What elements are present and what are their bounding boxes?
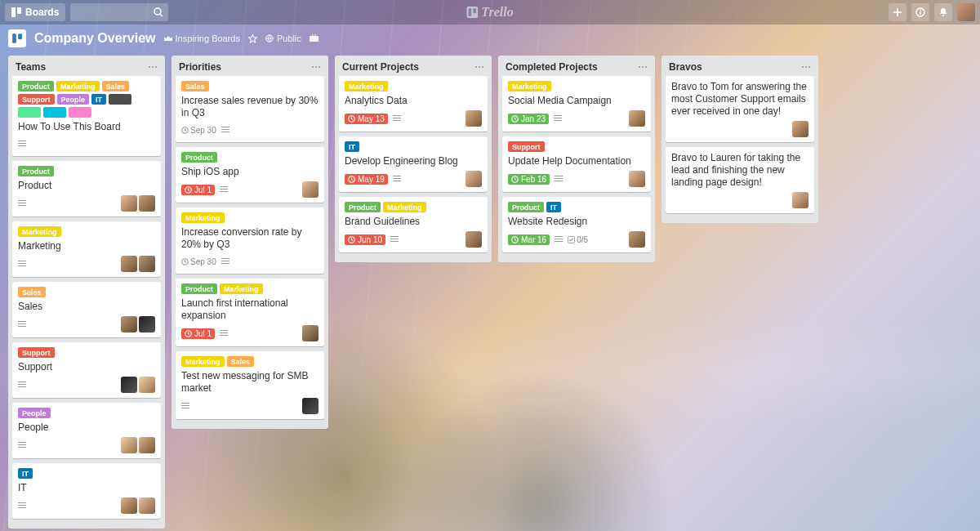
- label[interactable]: [43, 107, 66, 118]
- list-title[interactable]: Teams: [16, 61, 46, 73]
- label[interactable]: [69, 107, 91, 118]
- card[interactable]: MarketingSocial Media CampaignJan 23: [502, 76, 651, 132]
- briefcase-button[interactable]: [310, 34, 318, 42]
- card[interactable]: SupportUpdate Help DocumentationFeb 16: [502, 136, 651, 192]
- label[interactable]: Marketing: [181, 356, 225, 367]
- card[interactable]: ITDevelop Engineering BlogMay 19: [339, 136, 488, 192]
- list-menu-button[interactable]: ⋯: [311, 61, 321, 73]
- boards-button[interactable]: Boards: [5, 3, 65, 21]
- label[interactable]: Marketing: [220, 283, 263, 294]
- label[interactable]: IT: [546, 202, 561, 212]
- label[interactable]: Sales: [18, 287, 46, 297]
- label[interactable]: Marketing: [18, 226, 61, 237]
- member-avatar[interactable]: [629, 171, 645, 187]
- member-avatar[interactable]: [139, 377, 155, 393]
- visibility-button[interactable]: Public: [265, 33, 301, 43]
- card[interactable]: MarketingAnalytics DataMay 13: [339, 76, 488, 132]
- member-avatar[interactable]: [139, 437, 155, 453]
- list-title[interactable]: Completed Projects: [506, 61, 598, 73]
- label[interactable]: People: [18, 408, 51, 418]
- team-logo[interactable]: [8, 29, 26, 47]
- list-title[interactable]: Bravos: [669, 61, 702, 73]
- search-input[interactable]: [70, 3, 168, 21]
- label[interactable]: Product: [181, 283, 217, 294]
- member-avatar[interactable]: [121, 377, 137, 393]
- card[interactable]: ProductMarketingBrand GuidelinesJun 10: [339, 197, 488, 252]
- brand-logo[interactable]: Trello: [466, 5, 513, 20]
- list-menu-button[interactable]: ⋯: [148, 61, 158, 73]
- card[interactable]: ProductProduct: [12, 161, 161, 216]
- member-avatar[interactable]: [629, 110, 645, 127]
- list-menu-button[interactable]: ⋯: [638, 61, 648, 73]
- label[interactable]: Marketing: [181, 212, 225, 223]
- member-avatar[interactable]: [466, 171, 482, 187]
- card[interactable]: SalesSales: [12, 282, 161, 337]
- label[interactable]: Support: [18, 94, 55, 105]
- member-avatar[interactable]: [139, 316, 155, 332]
- member-avatar[interactable]: [121, 498, 137, 514]
- label[interactable]: Product: [18, 166, 54, 176]
- label[interactable]: Product: [508, 202, 544, 212]
- label[interactable]: Marketing: [383, 202, 426, 212]
- member-avatar[interactable]: [302, 325, 318, 341]
- label[interactable]: IT: [345, 141, 359, 152]
- member-avatar[interactable]: [121, 437, 137, 453]
- label[interactable]: Marketing: [56, 81, 100, 91]
- member-avatar[interactable]: [139, 256, 155, 272]
- card[interactable]: Bravo to Tom for answering the most Cust…: [666, 76, 814, 142]
- label[interactable]: Product: [181, 152, 217, 163]
- board-canvas[interactable]: Teams ⋯ProductMarketingSalesSupportPeopl…: [0, 52, 980, 531]
- list-menu-button[interactable]: ⋯: [474, 61, 484, 73]
- info-button[interactable]: [911, 3, 929, 21]
- label[interactable]: People: [57, 94, 90, 105]
- list-title[interactable]: Priorities: [179, 61, 221, 73]
- member-avatar[interactable]: [121, 316, 137, 332]
- member-avatar[interactable]: [466, 231, 482, 248]
- card[interactable]: ProductMarketingSalesSupportPeopleITHow …: [12, 76, 161, 156]
- user-avatar[interactable]: [957, 3, 975, 21]
- card-members: [121, 256, 155, 272]
- member-avatar[interactable]: [139, 195, 155, 212]
- card[interactable]: SalesIncrease sales revenue by 30% in Q3…: [176, 76, 324, 142]
- card[interactable]: MarketingIncrease conversion rate by 20%…: [176, 207, 324, 274]
- member-avatar[interactable]: [139, 498, 155, 514]
- card[interactable]: MarketingMarketing: [12, 221, 161, 277]
- board-title[interactable]: Company Overview: [34, 31, 156, 46]
- label[interactable]: Sales: [181, 81, 209, 91]
- inspiring-boards-button[interactable]: Inspiring Boards: [164, 33, 241, 43]
- label[interactable]: IT: [18, 468, 33, 479]
- label[interactable]: Support: [18, 347, 55, 358]
- label[interactable]: Marketing: [508, 81, 551, 91]
- label[interactable]: Sales: [227, 356, 255, 367]
- card[interactable]: Bravo to Lauren for taking the lead and …: [666, 147, 814, 213]
- label[interactable]: Product: [345, 202, 381, 212]
- label[interactable]: [18, 107, 41, 118]
- list-menu-button[interactable]: ⋯: [801, 61, 811, 73]
- star-button[interactable]: [248, 34, 257, 43]
- card[interactable]: MarketingSalesTest new messaging for SMB…: [176, 351, 324, 419]
- label[interactable]: Marketing: [345, 81, 388, 91]
- board-header: Company Overview Inspiring Boards Public: [0, 25, 980, 52]
- create-button[interactable]: [889, 3, 906, 21]
- member-avatar[interactable]: [121, 256, 137, 272]
- member-avatar[interactable]: [792, 121, 808, 137]
- card[interactable]: PeoplePeople: [12, 403, 161, 458]
- member-avatar[interactable]: [792, 192, 808, 208]
- label[interactable]: Sales: [102, 81, 130, 91]
- list-title[interactable]: Current Projects: [342, 61, 419, 73]
- member-avatar[interactable]: [302, 181, 318, 198]
- label[interactable]: IT: [91, 94, 106, 105]
- label[interactable]: [109, 94, 131, 105]
- card[interactable]: ITIT: [12, 463, 161, 519]
- label[interactable]: Product: [18, 81, 54, 91]
- member-avatar[interactable]: [121, 195, 137, 212]
- notifications-button[interactable]: [934, 3, 952, 21]
- card[interactable]: ProductITWebsite RedesignMar 160/5: [502, 197, 651, 252]
- card[interactable]: SupportSupport: [12, 342, 161, 398]
- card[interactable]: ProductMarketingLaunch first internation…: [176, 279, 324, 346]
- member-avatar[interactable]: [629, 231, 645, 248]
- card[interactable]: ProductShip iOS appJul 1: [176, 147, 324, 203]
- member-avatar[interactable]: [302, 398, 318, 414]
- member-avatar[interactable]: [466, 110, 482, 127]
- label[interactable]: Support: [508, 141, 545, 152]
